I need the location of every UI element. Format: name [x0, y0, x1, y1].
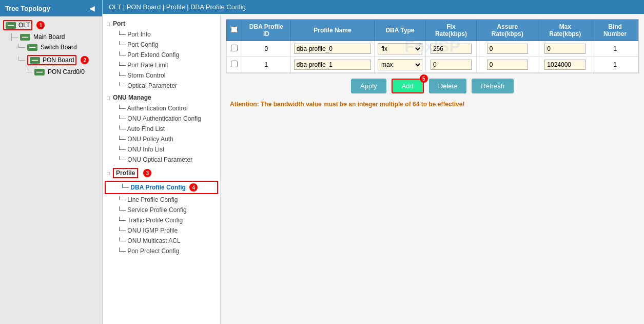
row1-profile-name-input[interactable]: [294, 60, 371, 70]
add-button[interactable]: Add: [392, 79, 424, 93]
nav-section-profile-header[interactable]: □ Profile 3: [103, 166, 220, 180]
row1-fix-rate[interactable]: [425, 57, 476, 73]
row1-profile-name[interactable]: [290, 57, 374, 73]
nav-item-storm-control[interactable]: └─ Storm Control: [103, 70, 220, 81]
sidebar-item-pon-card[interactable]: └─ ━━ PON Card0/0: [0, 67, 102, 77]
nav-item-optical-prefix: └─: [117, 82, 127, 89]
nav-item-port-info-prefix: └─: [117, 31, 127, 38]
sidebar-title: Tree Topology: [5, 5, 50, 12]
row0-assure-rate[interactable]: [476, 41, 538, 57]
row1-checkbox-cell: [227, 57, 242, 73]
nav-section-onu-header[interactable]: □ ONU Manage: [103, 92, 220, 103]
nav-item-onu-policy-auth[interactable]: └─ ONU Policy Auth: [103, 134, 220, 144]
row0-assure-rate-input[interactable]: [487, 44, 528, 54]
row1-max-rate-input[interactable]: [544, 60, 586, 70]
expand-icon-pon: └─: [16, 56, 25, 64]
delete-button[interactable]: Delete: [429, 79, 467, 93]
nav-item-port-rate-limit[interactable]: └─ Port Rate Limit: [103, 60, 220, 70]
nav-section-port-header[interactable]: □ Port: [103, 18, 220, 29]
col-header-dba-id: DBA Profile ID: [242, 20, 291, 41]
nav-section-onu-label: ONU Manage: [113, 94, 151, 101]
attention-text: The bandwidth value must be an integer m…: [261, 101, 464, 108]
sidebar-item-pon-board[interactable]: └─ ━━ PON Board 2: [0, 53, 102, 67]
refresh-button[interactable]: Refresh: [472, 79, 514, 93]
nav-section-onu-manage: □ ONU Manage └─ Authentication Control └…: [103, 92, 220, 165]
row1-checkbox[interactable]: [231, 61, 238, 67]
sidebar-item-olt[interactable]: ━━ OLT 1: [0, 18, 102, 32]
row0-dba-type-select[interactable]: fix max assure assure+fix assure+max: [378, 43, 422, 54]
table-area: FoxISP DBA Profile ID Profile Name DBA T…: [221, 14, 644, 324]
nav-item-onu-multicast[interactable]: └─ ONU Multicast ACL: [103, 236, 220, 246]
badge-2: 2: [81, 56, 89, 64]
pon-card-icon: ━━: [34, 69, 45, 75]
nav-item-port-info[interactable]: └─ Port Info: [103, 29, 220, 40]
switch-board-icon: ━━: [27, 44, 37, 51]
olt-device-icon: ━━: [6, 22, 16, 29]
profile-expand-icon: □: [107, 170, 110, 176]
table-row: 1 fix max assure assure+fix: [227, 57, 638, 73]
expand-icon-switch: └─: [16, 44, 25, 51]
main-content: OLT | PON Board | Profile | DBA Profile …: [103, 0, 644, 324]
row0-fix-rate[interactable]: [425, 41, 476, 57]
nav-item-onu-optical[interactable]: └─ ONU Optical Parameter: [103, 155, 220, 165]
row1-assure-rate-input[interactable]: [487, 60, 528, 70]
row0-profile-name-input[interactable]: [294, 44, 371, 54]
nav-item-auth-control[interactable]: └─ Authentication Control: [103, 103, 220, 113]
nav-item-onu-auth-config[interactable]: └─ ONU Authentication Config: [103, 113, 220, 124]
badge-1: 1: [36, 21, 45, 29]
row0-profile-name[interactable]: [290, 41, 374, 57]
attention-message: Attention: The bandwidth value must be a…: [226, 99, 639, 110]
col-header-checkbox: [227, 20, 242, 41]
port-expand-icon: □: [107, 21, 110, 27]
sidebar-olt-label: OLT: [18, 22, 30, 29]
row0-max-rate-input[interactable]: [544, 44, 586, 54]
content-area: □ Port └─ Port Info └─ Port Config └─ Po…: [103, 14, 644, 324]
row0-checkbox-cell: [227, 41, 242, 57]
row1-assure-rate[interactable]: [476, 57, 538, 73]
nav-item-traffic-profile[interactable]: └─ Traffic Profile Config: [103, 215, 220, 225]
row0-bind-number: 1: [592, 41, 638, 57]
row0-fix-rate-input[interactable]: [431, 44, 472, 54]
nav-item-pon-protect[interactable]: └─ Pon Protect Config: [103, 246, 220, 256]
table-row: 0 fix max assure assure+fix: [227, 41, 638, 57]
col-header-assure-rate: Assure Rate(kbps): [476, 20, 538, 41]
nav-item-optical-parameter[interactable]: └─ Optical Parameter: [103, 81, 220, 91]
nav-item-port-config[interactable]: └─ Port Config: [103, 40, 220, 50]
attention-label: Attention:: [230, 101, 259, 108]
sidebar-pon-board-label: PON Board: [43, 56, 74, 64]
nav-section-profile: □ Profile 3 └─ DBA Profile Config 4 └─ L…: [103, 166, 220, 256]
sidebar-item-switch-board[interactable]: └─ ━━ Switch Board: [0, 42, 102, 52]
row1-fix-rate-input[interactable]: [431, 60, 472, 70]
nav-item-onu-info-list[interactable]: └─ ONU Info List: [103, 144, 220, 155]
sidebar-main-board-label: Main Board: [33, 33, 65, 41]
nav-item-auto-find[interactable]: └─ Auto Find List: [103, 124, 220, 134]
col-header-fix-rate: Fix Rate(kbps): [425, 20, 476, 41]
pon-board-icon: ━━: [30, 57, 40, 64]
sidebar-collapse-button[interactable]: ◀: [87, 4, 97, 12]
apply-button[interactable]: Apply: [351, 79, 386, 93]
row1-dba-type[interactable]: fix max assure assure+fix assure+max: [374, 57, 425, 73]
col-header-dba-type: DBA Type: [374, 20, 425, 41]
sidebar-switch-board-label: Switch Board: [41, 44, 77, 51]
nav-item-service-profile[interactable]: └─ Service Profile Config: [103, 205, 220, 215]
col-header-max-rate: Max Rate(kbps): [538, 20, 592, 41]
sidebar-item-main-board[interactable]: ├─ ━━ Main Board: [0, 32, 102, 42]
nav-section-port-label: Port: [113, 20, 125, 27]
row0-checkbox[interactable]: [231, 45, 238, 51]
row0-max-rate[interactable]: [538, 41, 592, 57]
row0-dba-type[interactable]: fix max assure assure+fix assure+max: [374, 41, 425, 57]
action-buttons: Apply Add 5 Delete Refresh: [226, 79, 639, 93]
breadcrumb: OLT | PON Board | Profile | DBA Profile …: [103, 0, 644, 14]
badge-3: 3: [143, 169, 151, 177]
badge-5: 5: [420, 74, 428, 83]
nav-item-onu-igmp[interactable]: └─ ONU IGMP Profile: [103, 225, 220, 236]
select-all-checkbox[interactable]: [231, 26, 238, 33]
nav-item-line-profile[interactable]: └─ Line Profile Config: [103, 195, 220, 205]
nav-item-dba-profile[interactable]: └─ DBA Profile Config 4: [105, 181, 218, 194]
nav-item-port-extend-config[interactable]: └─ Port Extend Config: [103, 50, 220, 60]
breadcrumb-text: OLT | PON Board | Profile | DBA Profile …: [109, 3, 246, 11]
row1-id: 1: [242, 57, 291, 73]
row1-dba-type-select[interactable]: fix max assure assure+fix assure+max: [378, 59, 422, 70]
row1-max-rate[interactable]: [538, 57, 592, 73]
row0-id: 0: [242, 41, 291, 57]
